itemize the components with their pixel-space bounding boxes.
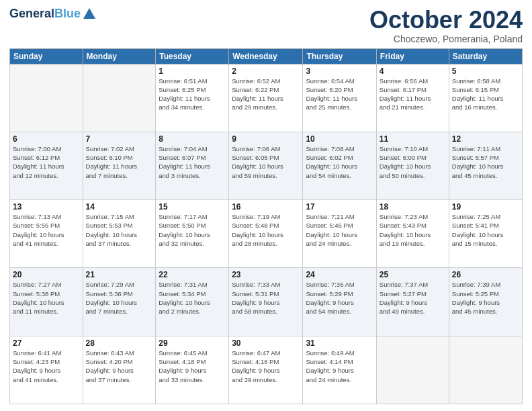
location: Choczewo, Pomerania, Poland — [369, 34, 523, 44]
calendar-cell: 19Sunrise: 7:25 AM Sunset: 5:41 PM Dayli… — [449, 200, 522, 268]
calendar-cell: 8Sunrise: 7:04 AM Sunset: 6:07 PM Daylig… — [156, 132, 229, 199]
calendar-cell: 31Sunrise: 6:49 AM Sunset: 4:14 PM Dayli… — [303, 336, 376, 404]
logo-blue: Blue — [54, 7, 81, 21]
calendar-cell: 5Sunrise: 6:58 AM Sunset: 6:15 PM Daylig… — [449, 64, 522, 132]
day-number: 23 — [232, 270, 300, 279]
day-number: 13 — [13, 202, 80, 212]
day-detail: Sunrise: 7:39 AM Sunset: 5:25 PM Dayligh… — [452, 280, 519, 316]
day-number: 25 — [380, 270, 446, 279]
calendar-cell: 17Sunrise: 7:21 AM Sunset: 5:45 PM Dayli… — [303, 200, 376, 268]
calendar-cell: 21Sunrise: 7:29 AM Sunset: 5:36 PM Dayli… — [83, 268, 156, 336]
day-number: 18 — [380, 202, 446, 212]
day-number: 30 — [232, 338, 300, 348]
day-detail: Sunrise: 7:13 AM Sunset: 5:55 PM Dayligh… — [13, 212, 80, 248]
day-detail: Sunrise: 7:02 AM Sunset: 6:10 PM Dayligh… — [86, 144, 153, 180]
calendar-cell: 23Sunrise: 7:33 AM Sunset: 5:31 PM Dayli… — [229, 268, 303, 336]
logo: General Blue — [9, 7, 97, 21]
day-detail: Sunrise: 6:56 AM Sunset: 6:17 PM Dayligh… — [380, 77, 446, 112]
day-detail: Sunrise: 6:45 AM Sunset: 4:18 PM Dayligh… — [159, 349, 226, 384]
day-number: 20 — [13, 270, 80, 279]
calendar-cell: 1Sunrise: 6:51 AM Sunset: 6:25 PM Daylig… — [156, 64, 229, 132]
day-number: 12 — [452, 134, 519, 144]
day-detail: Sunrise: 7:04 AM Sunset: 6:07 PM Dayligh… — [159, 144, 226, 180]
calendar-cell — [83, 64, 156, 132]
day-number: 10 — [306, 134, 373, 144]
calendar-cell: 4Sunrise: 6:56 AM Sunset: 6:17 PM Daylig… — [376, 64, 449, 132]
page: General Blue October 2024 Choczewo, Pome… — [0, 0, 532, 411]
day-detail: Sunrise: 6:58 AM Sunset: 6:15 PM Dayligh… — [452, 77, 519, 112]
day-detail: Sunrise: 6:43 AM Sunset: 4:20 PM Dayligh… — [86, 349, 153, 384]
day-number: 16 — [232, 202, 300, 212]
day-detail: Sunrise: 7:37 AM Sunset: 5:27 PM Dayligh… — [380, 280, 446, 316]
calendar-cell: 11Sunrise: 7:10 AM Sunset: 6:00 PM Dayli… — [376, 132, 449, 199]
calendar-cell: 28Sunrise: 6:43 AM Sunset: 4:20 PM Dayli… — [83, 336, 156, 404]
day-detail: Sunrise: 7:21 AM Sunset: 5:45 PM Dayligh… — [306, 212, 373, 248]
calendar-cell: 30Sunrise: 6:47 AM Sunset: 4:16 PM Dayli… — [229, 336, 303, 404]
day-number: 22 — [159, 270, 226, 279]
svg-marker-0 — [83, 8, 95, 19]
calendar-cell: 2Sunrise: 6:52 AM Sunset: 6:22 PM Daylig… — [229, 64, 303, 132]
calendar-cell: 20Sunrise: 7:27 AM Sunset: 5:38 PM Dayli… — [10, 268, 83, 336]
calendar-cell: 22Sunrise: 7:31 AM Sunset: 5:34 PM Dayli… — [156, 268, 229, 336]
col-wednesday: Wednesday — [229, 48, 303, 64]
calendar-header-row: Sunday Monday Tuesday Wednesday Thursday… — [10, 48, 523, 64]
day-detail: Sunrise: 7:31 AM Sunset: 5:34 PM Dayligh… — [159, 280, 226, 316]
col-thursday: Thursday — [303, 48, 376, 64]
calendar-cell: 16Sunrise: 7:19 AM Sunset: 5:48 PM Dayli… — [229, 200, 303, 268]
day-number: 14 — [86, 202, 153, 212]
calendar-cell: 3Sunrise: 6:54 AM Sunset: 6:20 PM Daylig… — [303, 64, 376, 132]
header: General Blue October 2024 Choczewo, Pome… — [9, 7, 523, 44]
calendar-cell: 27Sunrise: 6:41 AM Sunset: 4:23 PM Dayli… — [10, 336, 83, 404]
day-detail: Sunrise: 7:06 AM Sunset: 6:05 PM Dayligh… — [232, 144, 300, 180]
month-title: October 2024 — [369, 7, 523, 34]
day-number: 11 — [380, 134, 446, 144]
col-monday: Monday — [83, 48, 156, 64]
title-area: October 2024 Choczewo, Pomerania, Poland — [369, 7, 523, 44]
day-detail: Sunrise: 6:41 AM Sunset: 4:23 PM Dayligh… — [13, 349, 80, 384]
col-friday: Friday — [376, 48, 449, 64]
day-number: 28 — [86, 338, 153, 348]
day-number: 21 — [86, 270, 153, 279]
day-detail: Sunrise: 6:47 AM Sunset: 4:16 PM Dayligh… — [232, 349, 300, 384]
calendar-cell: 7Sunrise: 7:02 AM Sunset: 6:10 PM Daylig… — [83, 132, 156, 199]
col-tuesday: Tuesday — [156, 48, 229, 64]
calendar-cell: 14Sunrise: 7:15 AM Sunset: 5:53 PM Dayli… — [83, 200, 156, 268]
calendar-cell: 24Sunrise: 7:35 AM Sunset: 5:29 PM Dayli… — [303, 268, 376, 336]
day-detail: Sunrise: 7:11 AM Sunset: 5:57 PM Dayligh… — [452, 144, 519, 180]
calendar-cell: 26Sunrise: 7:39 AM Sunset: 5:25 PM Dayli… — [449, 268, 522, 336]
day-number: 9 — [232, 134, 300, 144]
day-number: 4 — [380, 66, 446, 76]
calendar-cell: 29Sunrise: 6:45 AM Sunset: 4:18 PM Dayli… — [156, 336, 229, 404]
calendar-cell — [449, 336, 522, 404]
day-detail: Sunrise: 7:29 AM Sunset: 5:36 PM Dayligh… — [86, 280, 153, 316]
day-number: 1 — [159, 66, 226, 76]
day-number: 6 — [13, 134, 80, 144]
day-number: 29 — [159, 338, 226, 348]
day-number: 17 — [306, 202, 373, 212]
day-detail: Sunrise: 7:08 AM Sunset: 6:02 PM Dayligh… — [306, 144, 373, 180]
day-detail: Sunrise: 7:33 AM Sunset: 5:31 PM Dayligh… — [232, 280, 300, 316]
day-number: 3 — [306, 66, 373, 76]
day-detail: Sunrise: 6:54 AM Sunset: 6:20 PM Dayligh… — [306, 77, 373, 112]
col-sunday: Sunday — [10, 48, 83, 64]
day-detail: Sunrise: 6:51 AM Sunset: 6:25 PM Dayligh… — [159, 77, 226, 112]
day-number: 26 — [452, 270, 519, 279]
day-detail: Sunrise: 7:17 AM Sunset: 5:50 PM Dayligh… — [159, 212, 226, 248]
day-number: 8 — [159, 134, 226, 144]
calendar-cell: 25Sunrise: 7:37 AM Sunset: 5:27 PM Dayli… — [376, 268, 449, 336]
calendar-week-5: 27Sunrise: 6:41 AM Sunset: 4:23 PM Dayli… — [10, 336, 523, 404]
day-number: 15 — [159, 202, 226, 212]
day-detail: Sunrise: 7:19 AM Sunset: 5:48 PM Dayligh… — [232, 212, 300, 248]
day-detail: Sunrise: 7:23 AM Sunset: 5:43 PM Dayligh… — [380, 212, 446, 248]
day-detail: Sunrise: 7:10 AM Sunset: 6:00 PM Dayligh… — [380, 144, 446, 180]
calendar-week-3: 13Sunrise: 7:13 AM Sunset: 5:55 PM Dayli… — [10, 200, 523, 268]
calendar-week-2: 6Sunrise: 7:00 AM Sunset: 6:12 PM Daylig… — [10, 132, 523, 199]
calendar-cell — [10, 64, 83, 132]
calendar-cell: 18Sunrise: 7:23 AM Sunset: 5:43 PM Dayli… — [376, 200, 449, 268]
day-number: 5 — [452, 66, 519, 76]
calendar: Sunday Monday Tuesday Wednesday Thursday… — [9, 48, 523, 404]
day-detail: Sunrise: 6:49 AM Sunset: 4:14 PM Dayligh… — [306, 349, 373, 384]
calendar-cell: 15Sunrise: 7:17 AM Sunset: 5:50 PM Dayli… — [156, 200, 229, 268]
day-number: 2 — [232, 66, 300, 76]
col-saturday: Saturday — [449, 48, 522, 64]
